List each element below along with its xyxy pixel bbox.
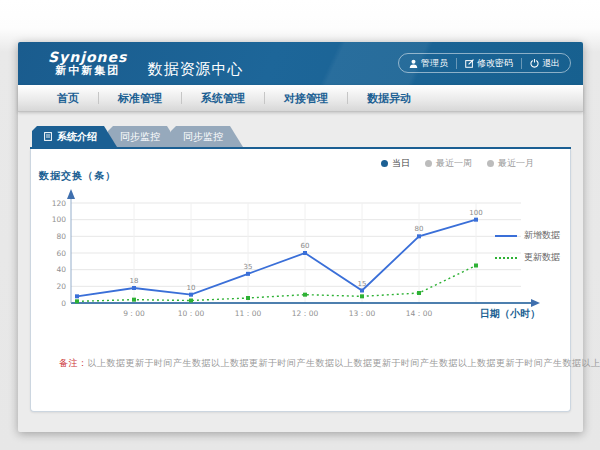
svg-text:80: 80 — [56, 232, 66, 241]
svg-text:0: 0 — [61, 299, 66, 308]
solid-line-swatch-icon — [495, 235, 517, 237]
logout-label: 退出 — [542, 57, 560, 70]
nav-item-home[interactable]: 首页 — [38, 91, 98, 106]
svg-text:9 : 00: 9 : 00 — [123, 309, 145, 318]
header-divider — [521, 58, 522, 69]
nav-item-data-change[interactable]: 数据异动 — [348, 91, 430, 106]
svg-text:60: 60 — [301, 242, 310, 250]
app-window: Synjones 新中新集团 数据资源中心 管理员 — [18, 42, 583, 432]
svg-text:14 : 00: 14 : 00 — [406, 309, 433, 318]
filter-last-month[interactable]: 最近一月 — [487, 157, 534, 170]
chart-panel: 当日 最近一周 最近一月 数据交换（条） 0204060801001209 : … — [30, 149, 571, 412]
footnote-prefix: 备注： — [59, 358, 88, 368]
change-password-label: 修改密码 — [477, 57, 513, 70]
content-area: 系统介绍 同步监控 同步监控 当日 最近 — [18, 112, 583, 412]
page-title: 数据资源中心 — [147, 60, 243, 79]
filter-label: 最近一月 — [498, 157, 534, 170]
power-icon — [530, 59, 539, 68]
tab-bar: 系统介绍 同步监控 同步监控 — [32, 126, 571, 147]
header-divider — [456, 58, 457, 69]
svg-text:日期（小时）: 日期（小时） — [480, 308, 540, 319]
user-button[interactable]: 管理员 — [409, 57, 448, 70]
footnote: 备注：以上数据更新于时间产生数据以上数据更新于时间产生数据以上数据更新于时间产生… — [59, 357, 600, 370]
footnote-text: 以上数据更新于时间产生数据以上数据更新于时间产生数据以上数据更新于时间产生数据以… — [88, 358, 600, 368]
radio-dot-icon — [381, 160, 388, 167]
filter-today[interactable]: 当日 — [381, 157, 410, 170]
svg-text:10: 10 — [187, 284, 196, 292]
tab-sync-monitor-2[interactable]: 同步监控 — [171, 126, 243, 147]
line-chart: 0204060801001209 : 0010 : 0011 : 0012 : … — [31, 185, 551, 327]
filter-label: 最近一周 — [436, 157, 472, 170]
user-button-label: 管理员 — [421, 57, 448, 70]
header-actions: 管理员 修改密码 退出 — [398, 53, 571, 73]
legend-item-updated-data[interactable]: 更新数据 — [495, 251, 560, 264]
filter-label: 当日 — [392, 157, 410, 170]
svg-text:18: 18 — [130, 277, 139, 285]
tab-sync-monitor-1[interactable]: 同步监控 — [108, 126, 180, 147]
radio-dot-icon — [425, 160, 432, 167]
radio-dot-icon — [487, 160, 494, 167]
nav-item-system-mgmt[interactable]: 系统管理 — [182, 91, 264, 106]
legend-label: 新增数据 — [524, 229, 560, 242]
legend-label: 更新数据 — [524, 251, 560, 264]
legend-item-new-data[interactable]: 新增数据 — [495, 229, 560, 242]
document-icon — [44, 132, 52, 141]
nav-item-interface-mgmt[interactable]: 对接管理 — [265, 91, 347, 106]
nav-item-standard-mgmt[interactable]: 标准管理 — [99, 91, 181, 106]
logo-text-cn: 新中新集团 — [48, 65, 127, 77]
svg-text:11 : 00: 11 : 00 — [235, 309, 262, 318]
change-password-button[interactable]: 修改密码 — [465, 57, 513, 70]
tab-label: 同步监控 — [183, 126, 223, 147]
logout-button[interactable]: 退出 — [530, 57, 560, 70]
svg-text:80: 80 — [415, 225, 424, 233]
app-header: Synjones 新中新集团 数据资源中心 管理员 — [18, 42, 583, 85]
main-nav: 首页 标准管理 系统管理 对接管理 数据异动 — [18, 85, 583, 112]
filter-last-week[interactable]: 最近一周 — [425, 157, 472, 170]
logo-text-en: Synjones — [48, 50, 127, 65]
svg-text:10 : 00: 10 : 00 — [178, 309, 205, 318]
svg-text:100: 100 — [469, 209, 482, 217]
svg-text:40: 40 — [56, 265, 66, 274]
tab-system-intro[interactable]: 系统介绍 — [32, 126, 117, 147]
time-range-filter: 当日 最近一周 最近一月 — [381, 157, 534, 170]
series-legend: 新增数据 更新数据 — [495, 229, 560, 273]
svg-text:12 : 00: 12 : 00 — [292, 309, 319, 318]
svg-text:35: 35 — [244, 263, 253, 271]
tab-label: 同步监控 — [120, 126, 160, 147]
dotted-line-swatch-icon — [495, 257, 517, 259]
svg-text:15: 15 — [358, 280, 367, 288]
user-icon — [409, 59, 418, 68]
logo: Synjones 新中新集团 — [48, 50, 127, 76]
svg-text:13 : 00: 13 : 00 — [349, 309, 376, 318]
edit-icon — [465, 59, 474, 68]
svg-text:120: 120 — [52, 199, 67, 208]
svg-text:60: 60 — [56, 249, 66, 258]
svg-text:100: 100 — [52, 215, 67, 224]
tab-label: 系统介绍 — [57, 126, 97, 147]
y-axis-title: 数据交换（条） — [39, 169, 116, 183]
svg-text:20: 20 — [56, 282, 66, 291]
